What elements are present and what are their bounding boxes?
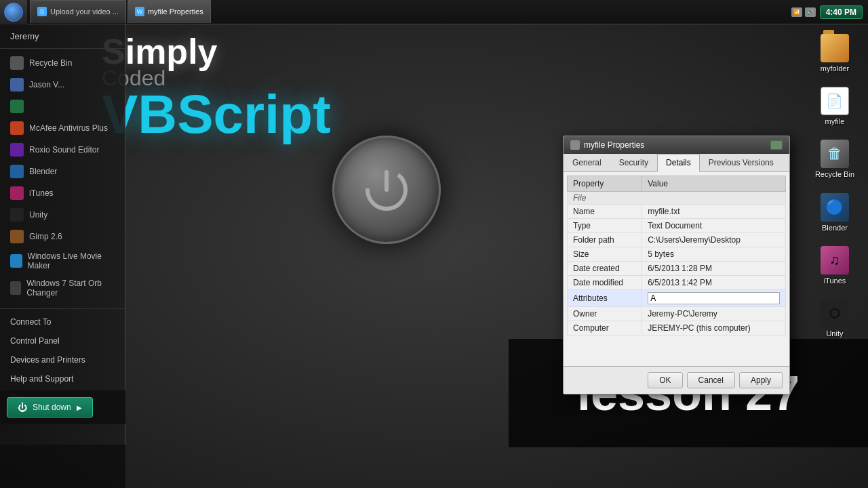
power-svg-icon [359,163,414,217]
table-row: Type Text Document [568,219,786,233]
menu-item-orbchanger[interactable]: Windows 7 Start Orb Changer [0,274,125,302]
menu-item-gimp[interactable]: Gimp 2.6 [0,226,125,247]
menu-icon-unity [10,208,24,222]
prop-computer: Computer [568,321,642,336]
menu-label-roxio: Roxio Sound Editor [29,145,99,155]
prop-name: Name [568,205,642,219]
table-row: Name myfile.txt [568,205,786,219]
devices-printers[interactable]: Devices and Printers [0,350,125,369]
menu-item-recycle[interactable]: Recycle Bin [0,52,125,74]
tab-previous-versions[interactable]: Previous Versions [700,154,783,171]
connect-to[interactable]: Connect To [0,312,125,331]
menu-item-itunes[interactable]: iTunes [0,182,125,204]
menu-icon-jasonv [10,78,24,92]
menu-item-jasonv[interactable]: Jason V... [0,74,125,96]
menu-item-moviemaker[interactable]: Windows Live Movie Maker [0,247,125,274]
properties-table: Property Value File Name myfile.txt Type… [567,176,786,336]
help-support[interactable]: Help and Support [0,369,125,388]
start-menu: Jeremy Recycle Bin Jason V... McAfee Ant… [0,24,125,445]
menu-icon-orbchanger [10,281,21,295]
menu-item-blender[interactable]: Blender [0,161,125,182]
taskbar-tab-1[interactable]: W myfile Properties [127,0,211,23]
menu-item-roxio[interactable]: Roxio Sound Editor [0,139,125,161]
table-row: Date modified 6/5/2013 1:42 PM [568,276,786,290]
user-header: Jeremy [0,24,125,49]
start-orb[interactable] [4,3,23,22]
prop-type: Type [568,219,642,233]
shutdown-label: Shut down [33,403,71,412]
icon-myfolder[interactable]: myfolder [815,34,854,73]
dialog-minimize-button[interactable] [770,140,783,150]
shutdown-area: ⏻ Shut down ▶ [0,390,125,424]
itunes-icon: ♫ [821,246,849,274]
icon-label-unity: Unity [826,329,843,338]
menu-label-gimp: Gimp 2.6 [29,232,62,241]
apply-button[interactable]: Apply [739,372,783,388]
menu-label-jasonv: Jason V... [29,80,64,89]
dialog-spacer [564,339,789,366]
dialog-file-icon [570,140,580,150]
unity-icon: ⬡ [821,299,849,327]
menu-label-mcafee: McAfee Antivirus Plus [29,123,108,133]
col-property: Property [568,176,642,192]
icon-recycle-bin[interactable]: 🗑 Recycle Bin [815,140,854,179]
menu-items: Recycle Bin Jason V... McAfee Antivirus … [0,49,125,305]
val-folder-path: C:\Users\Jeremy\Desktop [642,233,786,247]
menu-icon-moviemaker [10,254,22,268]
menu-item-spreadsheet[interactable] [0,96,125,117]
cancel-button[interactable]: Cancel [687,372,735,388]
val-attributes[interactable] [642,290,786,307]
tab-label-0: Upload your video ... [50,7,119,16]
tab-security[interactable]: Security [610,154,657,171]
tab-general[interactable]: General [564,154,610,171]
menu-item-unity[interactable]: Unity [0,204,125,226]
icon-itunes[interactable]: ♫ iTunes [815,246,854,285]
icon-myfile[interactable]: 📄 myfile [815,87,854,126]
blender-icon: 🔵 [821,193,849,222]
shutdown-arrow-icon: ▶ [77,404,82,411]
dialog-buttons: OK Cancel Apply [564,366,789,394]
col-value: Value [642,176,786,192]
desktop-icons-right: myfolder 📄 myfile 🗑 Recycle Bin 🔵 Blende… [815,34,854,338]
tab-icon-0: S [37,7,47,16]
val-type: Text Document [642,219,786,233]
prop-owner: Owner [568,307,642,321]
menu-label-blender: Blender [29,167,57,176]
power-button [332,136,441,244]
volume-icon: 🔊 [805,7,816,17]
menu-icon-spreadsheet [10,100,24,113]
val-size: 5 bytes [642,247,786,262]
menu-item-mcafee[interactable]: McAfee Antivirus Plus [0,117,125,139]
control-panel[interactable]: Control Panel [0,331,125,350]
dialog-controls [770,140,783,150]
table-row: Date created 6/5/2013 1:28 PM [568,262,786,276]
val-name: myfile.txt [642,205,786,219]
icon-unity[interactable]: ⬡ Unity [815,299,854,338]
prop-date-modified: Date modified [568,276,642,290]
file-icon: 📄 [821,87,849,115]
taskbar-tab-0[interactable]: S Upload your video ... [30,0,126,23]
val-date-modified: 6/5/2013 1:42 PM [642,276,786,290]
clock: 4:40 PM [820,5,863,19]
tab-details[interactable]: Details [657,154,700,172]
start-button[interactable] [0,0,27,24]
taskbar-tabs: S Upload your video ... W myfile Propert… [30,0,212,24]
dialog-tabs: General Security Details Previous Versio… [564,154,789,172]
logo-vbscript: VBScript [102,87,407,142]
menu-label-recycle: Recycle Bin [29,58,72,68]
menu-separator-1 [0,308,125,309]
menu-icon-recycle [10,56,24,70]
icon-blender[interactable]: 🔵 Blender [815,193,854,232]
table-row: Computer JEREMY-PC (this computer) [568,321,786,336]
val-date-created: 6/5/2013 1:28 PM [642,262,786,276]
shutdown-button[interactable]: ⏻ Shut down ▶ [7,397,93,418]
tab-icon-1: W [135,7,144,16]
dialog-titlebar: myfile Properties [564,136,789,154]
attributes-input[interactable] [648,292,780,304]
section-label-file: File [568,192,786,205]
table-row: Folder path C:\Users\Jeremy\Desktop [568,233,786,247]
ok-button[interactable]: OK [648,372,682,388]
logo-area: Simply Coded VBScript [102,34,407,305]
icon-label-recycle: Recycle Bin [815,170,854,179]
taskbar-right: 📶 🔊 4:40 PM [791,5,868,19]
